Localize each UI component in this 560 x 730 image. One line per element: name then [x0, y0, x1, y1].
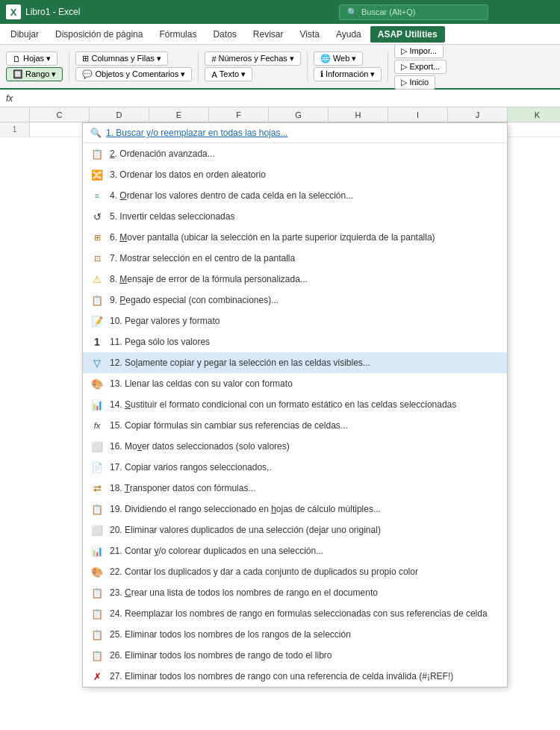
item-icon-2: 📋 [90, 147, 104, 160]
ribbon-btn-hojas[interactable]: 🗋 Hojas ▾ [6, 52, 57, 66]
item-icon-15: fx [90, 419, 104, 432]
item-icon-26: 📋 [90, 649, 104, 662]
item-text-24: 24. Reemplazar los nombres de rango en f… [110, 608, 488, 619]
import-icon: ▷ [401, 46, 407, 56]
item-icon-25: 📋 [90, 628, 104, 641]
app-title: Libro1 - Excel [25, 7, 80, 17]
item-icon-17: 📄 [90, 461, 104, 474]
item-icon-11: 1 [90, 335, 104, 349]
numeros-icon: # [211, 54, 216, 63]
dropdown-item-25[interactable]: 📋 25. Eliminar todos los nombres de los … [83, 624, 507, 645]
item-text-6: 6. Mover pantalla (ubicar la selección e… [110, 232, 435, 243]
dropdown-item-27[interactable]: ✗ 27. Eliminar todos los nombres de rang… [83, 666, 507, 687]
menu-item-ayuda[interactable]: Ayuda [329, 26, 369, 43]
item-icon-19: 📋 [90, 502, 104, 516]
item-icon-14: 📊 [90, 398, 104, 411]
dropdown-item-2[interactable]: 📋 2. Ordenación avanzada... [83, 143, 507, 164]
ribbon-group-import: ▷ Impor... ▷ Export... ▷ Inicio [394, 44, 452, 90]
menu-item-datos[interactable]: Datos [205, 26, 243, 43]
dropdown-item-4[interactable]: ≡ 4. Ordenar los valores dentro de cada … [83, 185, 507, 206]
dropdown-item-6[interactable]: ⊞ 6. Mover pantalla (ubicar la selección… [83, 227, 507, 248]
dropdown-item-5[interactable]: ↺ 5. Invertir celdas seleccionadas [83, 206, 507, 227]
ribbon-btn-numeros[interactable]: # Números y Fechas ▾ [205, 52, 301, 66]
item-text-19: 19. Dividiendo el rango seleccionado en … [110, 504, 381, 514]
item-icon-13: 🎨 [90, 377, 104, 390]
dropdown-item-9[interactable]: 📋 9. Pegado especial (con combinaciones)… [83, 290, 507, 311]
menu-item-formulas[interactable]: Fórmulas [152, 26, 204, 43]
search-placeholder: Buscar (Alt+Q) [361, 7, 415, 16]
menu-item-vista[interactable]: Vista [293, 26, 327, 43]
row-num-header [0, 107, 30, 122]
ribbon-group-hojas: 🗋 Hojas ▾ 🔲 Rango ▾ [6, 52, 69, 81]
dropdown-item-16[interactable]: ⬜ 16. Mover datos seleccionados (solo va… [83, 436, 507, 457]
dropdown-item-17[interactable]: 📄 17. Copiar varios rangos seleccionados… [83, 457, 507, 478]
ribbon-btn-import[interactable]: ▷ Impor... [394, 44, 444, 58]
dropdown-search-row[interactable]: 🔍 1. Buscar y/o reemplazar en todas las … [83, 123, 507, 143]
menu-item-dibujar[interactable]: Dibujar [3, 26, 46, 43]
search-box[interactable]: 🔍 Buscar (Alt+Q) [339, 4, 488, 20]
item-icon-9: 📋 [90, 293, 104, 307]
item-text-13: 13. Llenar las celdas con su valor con f… [110, 378, 293, 389]
ribbon-btn-rango[interactable]: 🔲 Rango ▾ [6, 67, 63, 81]
item-text-7: 7. Mostrar selección en el centro de la … [110, 253, 295, 263]
item-icon-16: ⬜ [90, 440, 104, 453]
dropdown-item-13[interactable]: 🎨 13. Llenar las celdas con su valor con… [83, 373, 507, 394]
title-bar-left: X Libro1 - Excel [6, 4, 333, 19]
item-icon-21: 📊 [90, 544, 104, 558]
item-text-22: 22. Contar los duplicados y dar a cada c… [110, 567, 418, 577]
dropdown-item-19[interactable]: 📋 19. Dividiendo el rango seleccionado e… [83, 499, 507, 520]
ribbon-group-columnas: ⊞ Columnas y Filas ▾ 💬 Objetos y Comenta… [75, 52, 199, 81]
col-header-g: G [269, 107, 329, 122]
ribbon: 🗋 Hojas ▾ 🔲 Rango ▾ ⊞ Columnas y Filas ▾… [0, 45, 560, 90]
dropdown-item-3[interactable]: 🔀 3. Ordenar los datos en orden aleatori… [83, 164, 507, 185]
col-header-f: F [209, 107, 269, 122]
item-text-16: 16. Mover datos seleccionados (solo valo… [110, 441, 290, 452]
ribbon-btn-export[interactable]: ▷ Export... [394, 60, 447, 74]
col-header-e: E [149, 107, 209, 122]
dropdown-item-14[interactable]: 📊 14. Sustituir el formato condicional c… [83, 394, 507, 415]
dropdown-search-text[interactable]: 1. Buscar y/o reemplazar en todas las ho… [106, 128, 287, 138]
menu-item-asap[interactable]: ASAP Utilities [370, 26, 445, 43]
hojas-icon: 🗋 [13, 54, 21, 63]
dropdown-item-11[interactable]: 1 11. Pega sólo los valores [83, 331, 507, 352]
menu-item-disposicion[interactable]: Disposición de página [48, 26, 150, 43]
ribbon-btn-objetos[interactable]: 💬 Objetos y Comentarios ▾ [75, 67, 192, 81]
dropdown-item-22[interactable]: 🎨 22. Contar los duplicados y dar a cada… [83, 561, 507, 582]
item-icon-4: ≡ [90, 189, 104, 202]
objetos-icon: 💬 [82, 69, 93, 79]
dropdown-item-26[interactable]: 📋 26. Eliminar todos los nombres de rang… [83, 645, 507, 666]
item-icon-8: ⚠ [90, 272, 104, 286]
item-text-8: 8. Mensaje de error de la fórmula person… [110, 274, 308, 284]
item-icon-23: 📋 [90, 586, 104, 599]
item-icon-12: ▽ [90, 356, 104, 369]
ribbon-btn-informacion[interactable]: ℹ Información ▾ [314, 67, 382, 81]
dropdown-item-24[interactable]: 📋 24. Reemplazar los nombres de rango en… [83, 603, 507, 624]
ribbon-btn-texto[interactable]: A Texto ▾ [205, 67, 252, 81]
dropdown-item-21[interactable]: 📊 21. Contar y/o colorear duplicados en … [83, 540, 507, 561]
ribbon-btn-inicio[interactable]: ▷ Inicio [394, 75, 435, 90]
item-text-4: 4. Ordenar los valores dentro de cada ce… [110, 190, 353, 201]
item-text-17: 17. Copiar varios rangos seleccionados,. [110, 462, 272, 472]
item-text-10: 10. Pegar valores y formato [110, 316, 220, 326]
dropdown-item-15[interactable]: fx 15. Copiar fórmulas sin cambiar sus r… [83, 415, 507, 436]
dropdown-item-20[interactable]: ⬜ 20. Eliminar valores duplicados de una… [83, 520, 507, 540]
dropdown-item-10[interactable]: 📝 10. Pegar valores y formato [83, 311, 507, 331]
menu-item-revisar[interactable]: Revisar [246, 26, 291, 43]
item-icon-22: 🎨 [90, 565, 104, 578]
dropdown-item-12[interactable]: ▽ 12. Solamente copiar y pegar la selecc… [83, 352, 507, 373]
web-icon: 🌐 [320, 54, 331, 63]
item-text-9: 9. Pegado especial (con combinaciones)..… [110, 295, 279, 305]
item-text-18: 18. Transponer datos con fórmulas... [110, 483, 255, 493]
dropdown-item-8[interactable]: ⚠ 8. Mensaje de error de la fórmula pers… [83, 269, 507, 290]
dropdown-item-23[interactable]: 📋 23. Crear una lista de todos los nombr… [83, 582, 507, 603]
item-icon-20: ⬜ [90, 523, 104, 537]
col-header-j: J [448, 107, 508, 122]
ribbon-btn-web[interactable]: 🌐 Web ▾ [314, 52, 363, 66]
ribbon-btn-columnas[interactable]: ⊞ Columnas y Filas ▾ [75, 52, 167, 66]
col-header-d: D [90, 107, 149, 122]
dropdown-item-7[interactable]: ⊡ 7. Mostrar selección en el centro de l… [83, 248, 507, 269]
item-text-25: 25. Eliminar todos los nombres de los ra… [110, 629, 351, 640]
item-text-21: 21. Contar y/o colorear duplicados en un… [110, 546, 323, 556]
item-text-14: 14. Sustituir el formato condicional con… [110, 399, 456, 410]
dropdown-item-18[interactable]: ⇄ 18. Transponer datos con fórmulas... [83, 478, 507, 499]
